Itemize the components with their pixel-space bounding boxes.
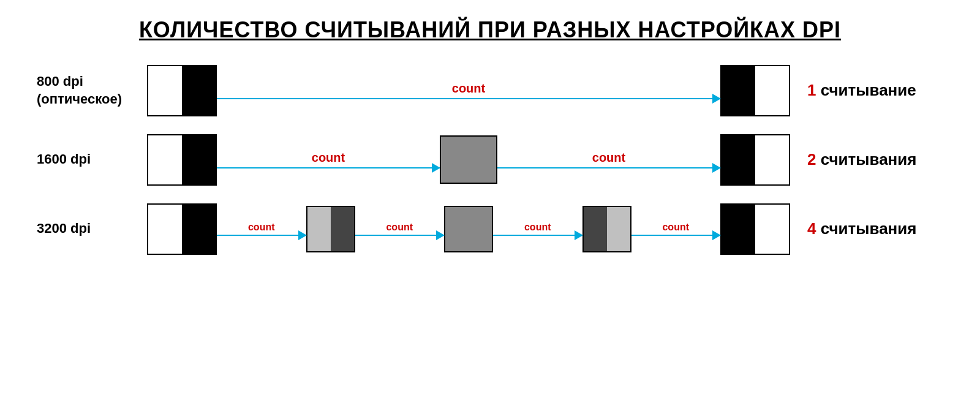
arrow1-label-3200: count: [248, 222, 275, 233]
dest-box-3200: [720, 203, 790, 255]
arrow2-1600: count: [497, 151, 720, 169]
mid-box-right-1600: [469, 137, 496, 183]
box-black-3200: [182, 205, 216, 254]
mid1-left-3200: [307, 207, 331, 251]
dest-box-white-1600: [755, 135, 789, 184]
result-800: 1 считывание: [790, 81, 943, 100]
mid3-right-3200: [607, 207, 630, 251]
source-box-3200: [147, 203, 217, 255]
arrow4-line-3200: [631, 235, 721, 237]
result-number-800: 1: [807, 81, 816, 99]
arrow4-label-3200: count: [662, 222, 689, 233]
result-number-1600: 2: [807, 150, 816, 168]
mid2-box-3200: [444, 206, 493, 252]
arrow1-3200: count: [217, 222, 306, 237]
arrow2-line-1600: [497, 167, 720, 169]
label-800dpi: 800 dpi(оптическое): [37, 73, 147, 108]
arrow2-3200: count: [355, 222, 445, 237]
box-black-800: [182, 66, 216, 115]
dest-box-white-800: [755, 66, 789, 115]
box-black-1600: [182, 135, 216, 184]
arrow-label-800: count: [452, 81, 485, 96]
source-box-1600: [147, 134, 217, 186]
arrow2-line-3200: [355, 235, 445, 237]
box-white-1600: [148, 135, 182, 184]
source-box-800: [147, 65, 217, 116]
arrow1-line-1600: [217, 167, 440, 169]
dest-box-black-800: [722, 66, 755, 115]
arrow-800: count: [217, 81, 720, 100]
result-text-1600: считывания: [816, 150, 916, 168]
arrow1-line-3200: [217, 235, 306, 237]
arrow4-3200: count: [631, 222, 721, 237]
result-text-3200: считывания: [816, 219, 916, 238]
arrow2-label-3200: count: [386, 222, 413, 233]
arrow3-line-3200: [493, 235, 582, 237]
mid-box-left-1600: [441, 137, 469, 183]
result-number-3200: 4: [807, 219, 816, 238]
arrow3-label-3200: count: [524, 222, 551, 233]
mid2-right-3200: [469, 207, 492, 251]
mid1-box-3200: [306, 206, 355, 252]
row-3200dpi: 3200 dpi count count: [37, 200, 943, 258]
box-white-3200: [148, 205, 182, 254]
mid3-left-3200: [584, 207, 607, 251]
box-white-800: [148, 66, 182, 115]
arrow-line-800: [217, 98, 720, 100]
dest-box-black-3200: [722, 205, 755, 254]
result-text-800: считывание: [816, 81, 916, 99]
dest-box-white-3200: [755, 205, 789, 254]
label-1600dpi: 1600 dpi: [37, 151, 147, 168]
dest-box-black-1600: [722, 135, 755, 184]
arrow2-label-1600: count: [592, 151, 625, 165]
label-3200dpi: 3200 dpi: [37, 220, 147, 238]
dest-box-1600: [720, 134, 790, 186]
row-1600dpi: 1600 dpi count count: [37, 131, 943, 189]
arrow1-label-1600: count: [312, 151, 345, 165]
mid-box-1600: [440, 135, 497, 184]
row-800dpi: 800 dpi(оптическое) count 1 считывание: [37, 61, 943, 119]
mid1-right-3200: [331, 207, 354, 251]
page-title: КОЛИЧЕСТВО СЧИТЫВАНИЙ ПРИ РАЗНЫХ НАСТРОЙ…: [0, 0, 980, 61]
dest-box-800: [720, 65, 790, 116]
arrow3-3200: count: [493, 222, 582, 237]
result-1600: 2 считывания: [790, 150, 943, 169]
result-3200: 4 считывания: [790, 219, 943, 238]
mid2-left-3200: [445, 207, 469, 251]
mid3-box-3200: [582, 206, 631, 252]
arrow1-1600: count: [217, 151, 440, 169]
